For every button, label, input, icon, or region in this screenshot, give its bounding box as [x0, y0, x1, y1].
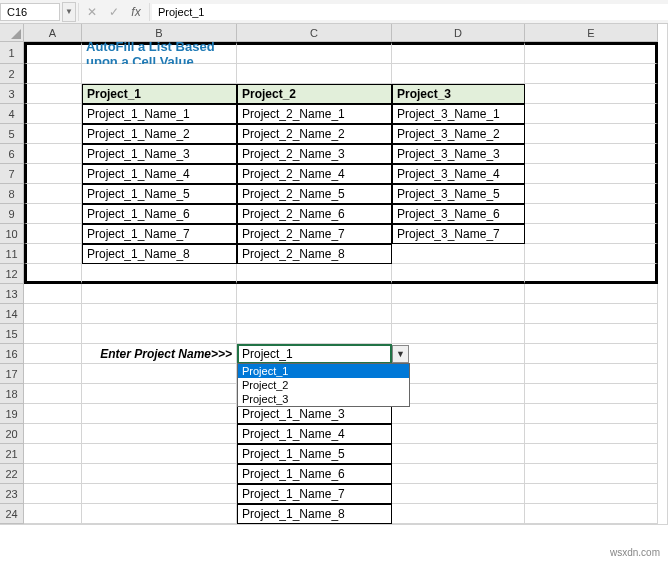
autofill-cell[interactable]: Project_1_Name_5: [237, 444, 392, 464]
cell[interactable]: [24, 224, 82, 244]
cell[interactable]: [525, 84, 658, 104]
cell[interactable]: [82, 464, 237, 484]
cell[interactable]: [392, 304, 525, 324]
cell[interactable]: [24, 42, 82, 64]
cell[interactable]: [24, 64, 82, 84]
cell[interactable]: [82, 484, 237, 504]
table-cell[interactable]: Project_3_Name_4: [392, 164, 525, 184]
table-cell[interactable]: Project_1_Name_5: [82, 184, 237, 204]
row-header[interactable]: 20: [0, 424, 24, 444]
cell[interactable]: AutoFill a List Based upon a Cell Value: [82, 42, 237, 64]
cell[interactable]: [82, 404, 237, 424]
cell[interactable]: [392, 264, 525, 284]
col-header[interactable]: D: [392, 24, 525, 42]
cell[interactable]: [24, 344, 82, 364]
row-header[interactable]: 6: [0, 144, 24, 164]
table-cell[interactable]: Project_3_Name_2: [392, 124, 525, 144]
cell[interactable]: [237, 324, 392, 344]
cell[interactable]: [237, 264, 392, 284]
cell[interactable]: [392, 364, 525, 384]
row-header[interactable]: 5: [0, 124, 24, 144]
dropdown-option[interactable]: Project_1: [238, 364, 409, 378]
cell[interactable]: [82, 364, 237, 384]
cell[interactable]: [24, 184, 82, 204]
col-header[interactable]: E: [525, 24, 658, 42]
cell[interactable]: [525, 504, 658, 524]
cell[interactable]: [237, 42, 392, 64]
row-header[interactable]: 16: [0, 344, 24, 364]
row-header[interactable]: 22: [0, 464, 24, 484]
cell[interactable]: [525, 64, 658, 84]
table-cell[interactable]: Project_3_Name_6: [392, 204, 525, 224]
row-header[interactable]: 7: [0, 164, 24, 184]
cell[interactable]: [392, 444, 525, 464]
dropdown-option[interactable]: Project_3: [238, 392, 409, 406]
table-cell[interactable]: Project_1_Name_7: [82, 224, 237, 244]
cell[interactable]: [525, 404, 658, 424]
formula-input[interactable]: Project_1: [152, 4, 668, 20]
cell[interactable]: [24, 384, 82, 404]
autofill-cell[interactable]: Project_1_Name_3: [237, 404, 392, 424]
row-header[interactable]: 15: [0, 324, 24, 344]
cell[interactable]: [392, 384, 525, 404]
cell[interactable]: [24, 144, 82, 164]
cell[interactable]: [392, 404, 525, 424]
cell[interactable]: [24, 264, 82, 284]
row-header[interactable]: 8: [0, 184, 24, 204]
cell[interactable]: [24, 124, 82, 144]
row-header[interactable]: 11: [0, 244, 24, 264]
table-header[interactable]: Project_2: [237, 84, 392, 104]
dropdown-arrow-icon[interactable]: ▼: [392, 345, 409, 363]
autofill-cell[interactable]: Project_1_Name_8: [237, 504, 392, 524]
row-header[interactable]: 23: [0, 484, 24, 504]
cell[interactable]: [392, 284, 525, 304]
cell[interactable]: [24, 244, 82, 264]
table-cell[interactable]: Project_2_Name_4: [237, 164, 392, 184]
row-header[interactable]: 1: [0, 42, 24, 64]
dropdown-option[interactable]: Project_2: [238, 378, 409, 392]
cell[interactable]: [525, 344, 658, 364]
confirm-icon[interactable]: ✓: [103, 5, 125, 19]
cell[interactable]: [237, 304, 392, 324]
cell[interactable]: [24, 324, 82, 344]
row-header[interactable]: 24: [0, 504, 24, 524]
cell[interactable]: [24, 444, 82, 464]
cell[interactable]: [82, 424, 237, 444]
cell[interactable]: [525, 424, 658, 444]
table-cell[interactable]: Project_3_Name_1: [392, 104, 525, 124]
table-header[interactable]: Project_3: [392, 84, 525, 104]
table-cell[interactable]: Project_2_Name_2: [237, 124, 392, 144]
cell[interactable]: [82, 304, 237, 324]
cell[interactable]: [392, 464, 525, 484]
cell[interactable]: [525, 124, 658, 144]
cell[interactable]: [525, 164, 658, 184]
table-cell[interactable]: Project_1_Name_1: [82, 104, 237, 124]
cell[interactable]: [82, 384, 237, 404]
cell[interactable]: [82, 284, 237, 304]
dropdown-list[interactable]: Project_1 Project_2 Project_3: [237, 363, 410, 407]
col-header[interactable]: C: [237, 24, 392, 42]
cell[interactable]: [392, 64, 525, 84]
cell[interactable]: [525, 284, 658, 304]
cell[interactable]: [525, 144, 658, 164]
table-cell[interactable]: Project_2_Name_3: [237, 144, 392, 164]
cell[interactable]: [525, 304, 658, 324]
table-cell[interactable]: Project_1_Name_4: [82, 164, 237, 184]
cell[interactable]: [525, 464, 658, 484]
cell[interactable]: [24, 104, 82, 124]
cell[interactable]: [392, 484, 525, 504]
cell[interactable]: [392, 344, 525, 364]
cell[interactable]: [237, 64, 392, 84]
row-header[interactable]: 21: [0, 444, 24, 464]
table-cell[interactable]: [392, 244, 525, 264]
cell[interactable]: [525, 204, 658, 224]
autofill-cell[interactable]: Project_1_Name_7: [237, 484, 392, 504]
cell[interactable]: [525, 364, 658, 384]
table-header[interactable]: Project_1: [82, 84, 237, 104]
row-header[interactable]: 14: [0, 304, 24, 324]
cell[interactable]: [24, 164, 82, 184]
row-header[interactable]: 10: [0, 224, 24, 244]
table-cell[interactable]: Project_2_Name_6: [237, 204, 392, 224]
row-header[interactable]: 13: [0, 284, 24, 304]
row-header[interactable]: 12: [0, 264, 24, 284]
